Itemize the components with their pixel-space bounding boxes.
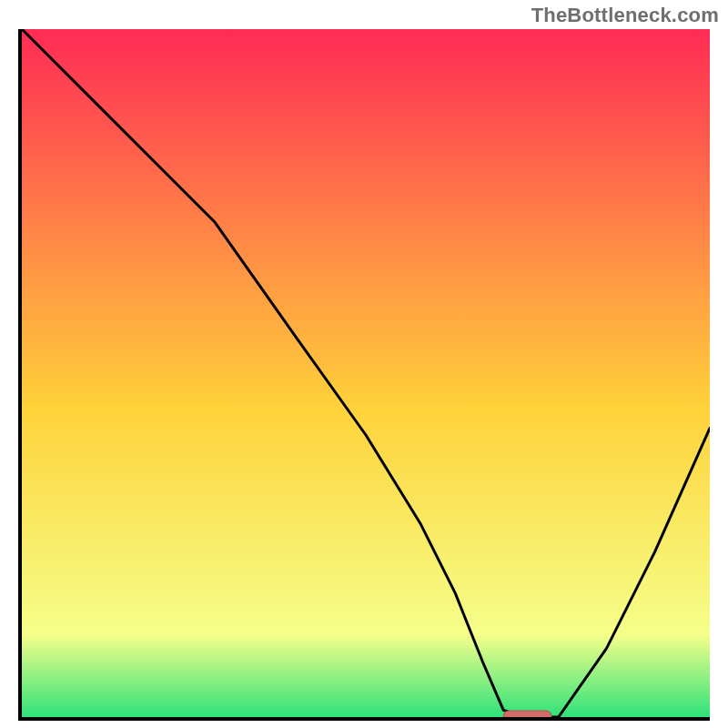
bottleneck-curve-chart (22, 29, 710, 717)
optimal-point-marker (503, 711, 551, 717)
watermark-text: TheBottleneck.com (531, 4, 719, 27)
chart-area (18, 29, 710, 721)
